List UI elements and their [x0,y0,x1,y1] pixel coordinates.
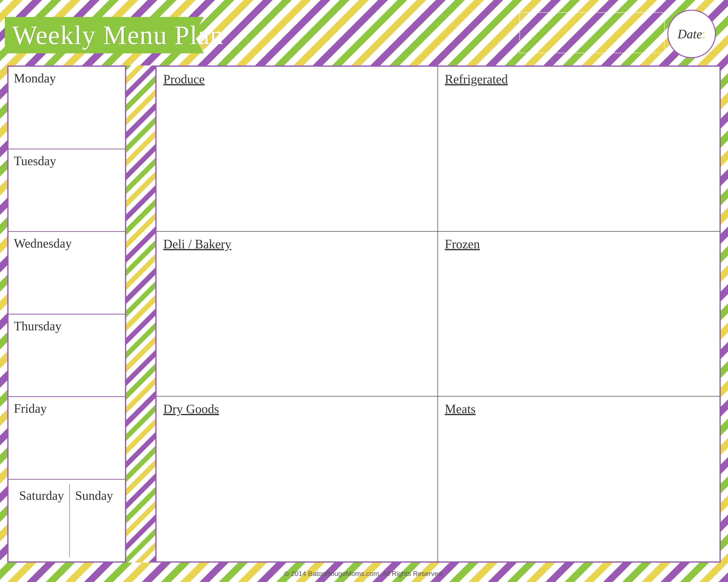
refrigerated-label: Refrigerated [445,72,508,86]
tuesday-label: Tuesday [14,154,120,168]
monday-label: Monday [14,71,120,85]
date-dashed-border [519,12,665,53]
frozen-cell: Frozen [438,231,720,396]
frozen-label: Frozen [445,237,480,251]
meats-label: Meats [445,402,476,416]
sunday-label: Sunday [75,489,114,503]
main-content: Monday Tuesday Wednesday Thursday Friday… [7,65,721,563]
date-colon: : [702,27,705,41]
thursday-cell: Thursday [8,314,125,397]
tuesday-cell: Tuesday [8,149,125,232]
date-circle: Date: [667,10,716,58]
wednesday-cell: Wednesday [8,232,125,314]
dry-goods-cell: Dry Goods [157,396,438,561]
friday-cell: Friday [8,397,125,480]
thursday-label: Thursday [14,319,120,333]
footer: © 2014 BatonRougeMoms.com. All Rights Re… [0,570,728,578]
meats-cell: Meats [438,396,720,561]
refrigerated-cell: Refrigerated [438,67,720,231]
produce-cell: Produce [157,67,438,231]
dry-goods-label: Dry Goods [163,402,219,416]
stripe-divider [126,65,155,563]
saturday-half: Saturday [14,484,70,557]
sunday-half: Sunday [70,484,120,557]
date-label: Date: [678,27,706,41]
friday-label: Friday [14,401,120,416]
weekend-cell: Saturday Sunday [8,480,125,562]
produce-label: Produce [163,72,205,86]
footer-text: © 2014 BatonRougeMoms.com. All Rights Re… [284,570,444,577]
header-banner: Weekly Menu Plan Date: [5,7,723,61]
deli-bakery-cell: Deli / Bakery [157,231,438,396]
page-title: Weekly Menu Plan [12,20,224,51]
deli-bakery-label: Deli / Bakery [163,237,231,251]
days-panel: Monday Tuesday Wednesday Thursday Friday… [7,65,126,563]
monday-cell: Monday [8,67,125,149]
grocery-panel: Produce Refrigerated Deli / Bakery Froze… [155,65,721,563]
wednesday-label: Wednesday [14,236,120,250]
saturday-label: Saturday [19,489,64,503]
